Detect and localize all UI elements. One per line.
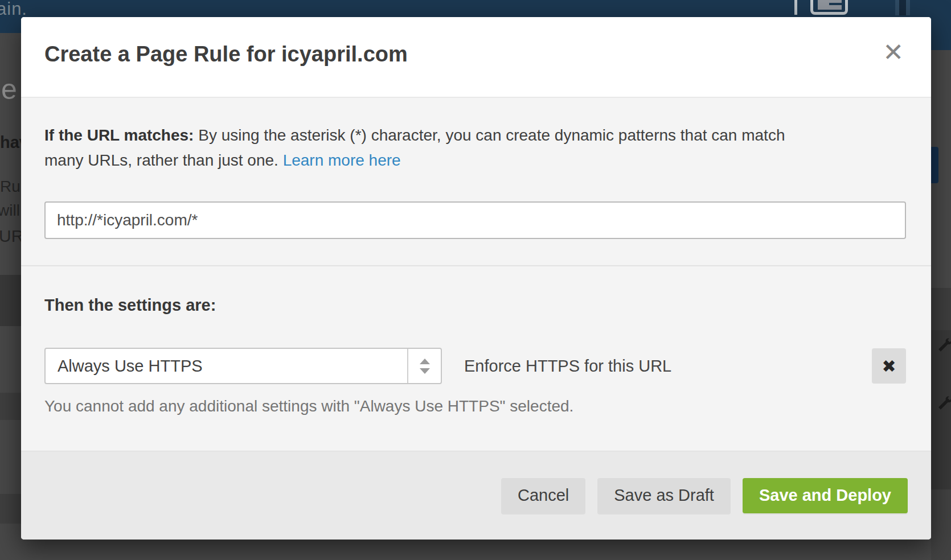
background-text-fragment: UR [0,227,23,246]
layout-icon [810,0,848,15]
section-divider [21,265,931,266]
background-domain-text-fragment: ain. [0,0,27,19]
background-icon-fragment-2 [895,0,910,15]
setting-select-value: Always Use HTTPS [46,349,407,383]
background-icon-fragment [794,0,797,15]
url-match-text-line2: many URLs, rather than just one. [44,151,283,169]
background-table-row-fragment [0,494,21,524]
background-right-fragment [931,489,951,560]
wrench-icon [936,395,951,413]
modal-footer: Cancel Save as Draft Save and Deploy [21,451,931,540]
chevron-down-icon [420,368,430,374]
background-text-fragment: will [0,201,20,220]
save-and-deploy-button[interactable]: Save and Deploy [743,478,908,513]
remove-setting-button[interactable]: ✖ [872,348,906,384]
background-top-navbar-right [931,0,951,50]
remove-x-icon: ✖ [882,356,896,376]
wrench-icon [936,337,951,355]
select-spinner-icon [407,349,441,383]
setting-select[interactable]: Always Use HTTPS [44,348,442,384]
background-text-fragment: Ru [0,178,21,196]
settings-heading: Then the settings are: [44,296,906,315]
background-text-fragment: e [1,73,17,106]
learn-more-link[interactable]: Learn more here [283,151,401,169]
url-pattern-input[interactable] [44,201,906,239]
settings-note: You cannot add any additional settings w… [44,397,906,415]
close-icon[interactable]: ✕ [883,40,904,65]
modal-body: If the URL matches: By using the asteris… [21,98,931,415]
cancel-button[interactable]: Cancel [501,478,585,513]
background-right-fragment [931,288,951,330]
modal-title: Create a Page Rule for icyapril.com [44,42,408,67]
background-blue-button-fragment [931,147,938,183]
background-table-row-fragment [0,393,21,420]
background-table-header-fragment [0,275,21,326]
create-page-rule-modal: Create a Page Rule for icyapril.com ✕ If… [21,17,931,540]
url-match-lead: If the URL matches: [44,126,194,144]
setting-row: Always Use HTTPS Enforce HTTPS for this … [44,348,906,384]
chevron-up-icon [420,359,430,364]
setting-description: Enforce HTTPS for this URL [464,357,671,376]
url-match-text-line1: By using the asterisk (*) character, you… [194,126,785,144]
url-match-description: If the URL matches: By using the asteris… [44,123,906,173]
save-as-draft-button[interactable]: Save as Draft [597,478,731,513]
modal-header: Create a Page Rule for icyapril.com ✕ [21,17,931,98]
